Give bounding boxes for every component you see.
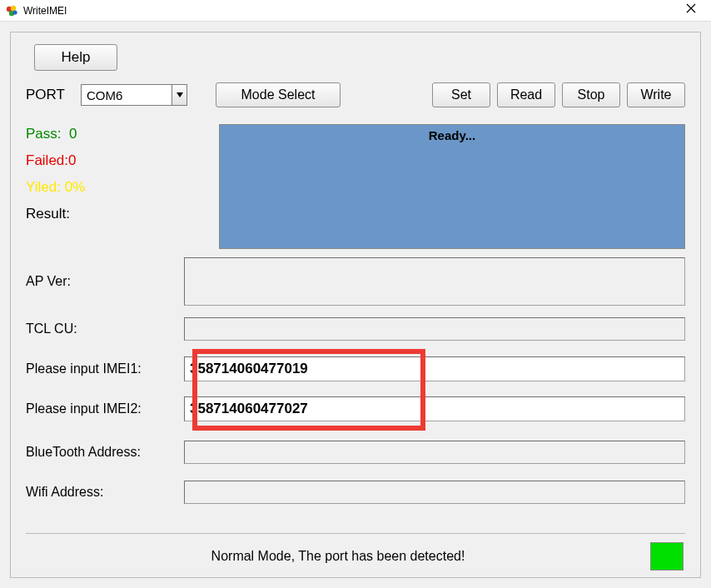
ap-ver-row: AP Ver: bbox=[26, 257, 685, 306]
footer-status-bar: Normal Mode, The port has been detected! bbox=[26, 533, 685, 571]
imei2-row: Please input IMEI2: bbox=[26, 392, 685, 426]
svg-point-3 bbox=[12, 10, 17, 14]
help-row: Help bbox=[26, 44, 685, 71]
port-label: PORT bbox=[26, 87, 71, 103]
bluetooth-row: BlueTooth Address: bbox=[26, 436, 685, 469]
mode-select-button[interactable]: Mode Select bbox=[216, 82, 341, 107]
window-titlebar: WriteIMEI bbox=[0, 0, 711, 22]
app-icon bbox=[5, 4, 18, 17]
wifi-label: Wifi Address: bbox=[26, 485, 184, 500]
close-icon bbox=[686, 3, 696, 13]
write-button[interactable]: Write bbox=[627, 82, 685, 107]
imei1-row: Please input IMEI1: bbox=[26, 352, 685, 386]
svg-point-1 bbox=[11, 5, 16, 10]
ready-text: Ready... bbox=[429, 128, 475, 142]
port-combobox[interactable]: COM6 bbox=[81, 84, 187, 106]
stop-button[interactable]: Stop bbox=[562, 82, 620, 107]
status-indicator-icon bbox=[650, 542, 684, 571]
imei2-label: Please input IMEI2: bbox=[26, 401, 184, 416]
tcl-cu-label: TCL CU: bbox=[26, 321, 184, 336]
chevron-down-icon bbox=[172, 85, 186, 105]
svg-marker-6 bbox=[177, 92, 183, 97]
help-button[interactable]: Help bbox=[34, 44, 117, 71]
imei1-label: Please input IMEI1: bbox=[26, 361, 184, 376]
read-button[interactable]: Read bbox=[497, 82, 555, 107]
status-counters: Pass: 0 Failed:0 Yiled: 0% Result: bbox=[26, 124, 211, 249]
port-selected-value: COM6 bbox=[87, 88, 122, 102]
wifi-value bbox=[184, 481, 685, 504]
main-panel: Help PORT COM6 Mode Select Set Read Stop… bbox=[10, 32, 701, 578]
window-close-button[interactable] bbox=[674, 1, 708, 21]
bluetooth-label: BlueTooth Address: bbox=[26, 445, 184, 460]
ready-status-box: Ready... bbox=[219, 124, 685, 249]
client-area: Help PORT COM6 Mode Select Set Read Stop… bbox=[0, 22, 711, 588]
footer-status-text: Normal Mode, The port has been detected! bbox=[26, 549, 650, 564]
ap-ver-label: AP Ver: bbox=[26, 274, 184, 289]
failed-counter: Failed:0 bbox=[26, 152, 211, 169]
yield-counter: Yiled: 0% bbox=[26, 179, 211, 196]
imei2-input[interactable] bbox=[184, 396, 685, 421]
imei1-input[interactable] bbox=[184, 356, 685, 381]
tcl-cu-row: TCL CU: bbox=[26, 312, 685, 346]
window-title: WriteIMEI bbox=[23, 5, 674, 17]
ap-ver-value bbox=[184, 257, 685, 306]
set-button[interactable]: Set bbox=[432, 82, 490, 107]
wifi-row: Wifi Address: bbox=[26, 476, 685, 509]
imei-group: Please input IMEI1: Please input IMEI2: bbox=[26, 352, 685, 432]
pass-counter: Pass: 0 bbox=[26, 126, 211, 142]
bluetooth-value bbox=[184, 441, 685, 464]
tcl-cu-value bbox=[184, 317, 685, 341]
result-label: Result: bbox=[26, 206, 211, 222]
status-area: Pass: 0 Failed:0 Yiled: 0% Result: Ready… bbox=[26, 124, 685, 249]
port-and-actions-row: PORT COM6 Mode Select Set Read Stop Writ… bbox=[26, 82, 685, 107]
